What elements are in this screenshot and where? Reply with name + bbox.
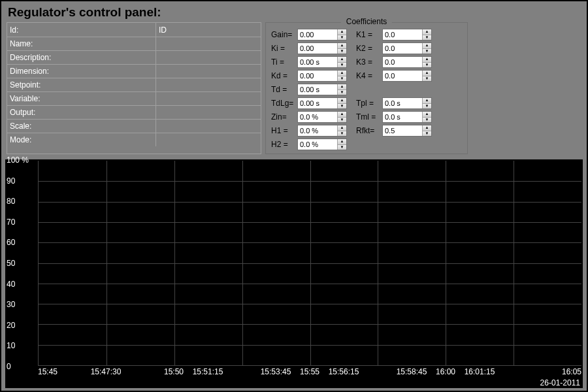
spin-input[interactable]: [383, 29, 422, 40]
spin-down-icon[interactable]: ▼: [338, 117, 346, 123]
coefficient-label: Tml =: [356, 112, 382, 122]
spin-box[interactable]: ▲▼: [297, 111, 347, 123]
spin-input[interactable]: [298, 125, 337, 136]
plot-area[interactable]: [38, 161, 581, 366]
coefficient-label: Kd =: [271, 71, 297, 80]
x-tick-label: 16:05: [562, 367, 581, 376]
property-value: [156, 78, 261, 91]
spin-down-icon[interactable]: ▼: [338, 62, 346, 68]
spin-down-icon[interactable]: ▼: [423, 103, 431, 109]
coefficient-row: K4 =▲▼: [356, 69, 432, 82]
spin-input[interactable]: [298, 84, 337, 95]
spin-input[interactable]: [298, 43, 337, 54]
spin-up-icon[interactable]: ▲: [338, 71, 346, 76]
coefficient-label: Gain=: [271, 30, 297, 39]
spin-up-icon[interactable]: ▲: [423, 57, 431, 62]
coefficient-row: Td =▲▼: [271, 83, 347, 96]
y-tick-label: 60: [7, 238, 15, 247]
spin-up-icon[interactable]: ▲: [338, 84, 346, 90]
spin-input[interactable]: [383, 43, 422, 54]
spin-down-icon[interactable]: ▼: [338, 90, 346, 95]
spin-box[interactable]: ▲▼: [297, 125, 347, 137]
spin-up-icon[interactable]: ▲: [338, 112, 346, 117]
coefficients-fieldset: Coefficients Gain=▲▼Ki =▲▼Ti =▲▼Kd =▲▼Td…: [265, 22, 468, 154]
spin-input[interactable]: [298, 71, 337, 81]
y-axis: 100 %9080706050403020100: [5, 159, 38, 366]
x-tick-label: 15:53:45: [261, 367, 291, 376]
spin-down-icon[interactable]: ▼: [338, 144, 346, 150]
spin-up-icon[interactable]: ▲: [423, 29, 431, 35]
spin-input[interactable]: [298, 29, 337, 40]
property-label: Scale:: [7, 120, 156, 133]
spin-box[interactable]: ▲▼: [297, 70, 347, 82]
spin-down-icon[interactable]: ▼: [423, 117, 431, 123]
spin-down-icon[interactable]: ▼: [423, 35, 431, 41]
property-value: [156, 133, 261, 146]
spin-box[interactable]: ▲▼: [297, 139, 347, 150]
property-row: Scale:: [7, 119, 261, 133]
property-row: Name:: [7, 37, 261, 50]
spin-box[interactable]: ▲▼: [382, 56, 432, 68]
spin-up-icon[interactable]: ▲: [338, 29, 346, 35]
spin-box[interactable]: ▲▼: [382, 125, 432, 137]
spin-down-icon[interactable]: ▼: [338, 35, 346, 41]
spin-up-icon[interactable]: ▲: [338, 43, 346, 48]
spin-box[interactable]: ▲▼: [297, 56, 347, 68]
spin-box[interactable]: ▲▼: [297, 97, 347, 109]
spin-up-icon[interactable]: ▲: [423, 125, 431, 131]
spin-input[interactable]: [383, 57, 422, 67]
y-tick-label: 100 %: [7, 155, 29, 165]
spin-input[interactable]: [383, 71, 422, 81]
spin-box[interactable]: ▲▼: [297, 84, 347, 95]
coefficient-row: Tpl =▲▼: [356, 97, 432, 110]
spin-up-icon[interactable]: ▲: [423, 98, 431, 103]
spin-box[interactable]: ▲▼: [382, 111, 432, 123]
spin-up-icon[interactable]: ▲: [423, 43, 431, 48]
coefficient-label: Ti =: [271, 57, 297, 67]
spin-up-icon[interactable]: ▲: [423, 71, 431, 76]
coefficient-label: K2 =: [356, 44, 382, 53]
spin-input[interactable]: [383, 98, 422, 108]
spin-down-icon[interactable]: ▼: [338, 76, 346, 82]
spin-down-icon[interactable]: ▼: [423, 131, 431, 137]
coefficient-row: Ti =▲▼: [271, 56, 347, 69]
y-tick-label: 80: [7, 197, 15, 206]
spin-up-icon[interactable]: ▲: [338, 139, 346, 144]
spin-box[interactable]: ▲▼: [382, 42, 432, 54]
spin-input[interactable]: [298, 57, 337, 67]
spin-down-icon[interactable]: ▼: [423, 48, 431, 54]
x-tick-label: 15:45: [38, 367, 57, 376]
property-row: Description:: [7, 50, 261, 64]
spin-input[interactable]: [298, 139, 337, 150]
spin-box[interactable]: ▲▼: [297, 42, 347, 54]
spin-box[interactable]: ▲▼: [382, 70, 432, 82]
property-label: Output:: [7, 106, 156, 119]
spin-up-icon[interactable]: ▲: [338, 57, 346, 62]
property-label: Id:: [7, 23, 156, 37]
spin-down-icon[interactable]: ▼: [423, 62, 431, 68]
coefficient-row: Tml =▲▼: [356, 110, 432, 123]
spin-up-icon[interactable]: ▲: [338, 125, 346, 131]
spin-down-icon[interactable]: ▼: [338, 48, 346, 54]
property-value: ID: [156, 23, 261, 37]
spin-box[interactable]: ▲▼: [382, 29, 432, 41]
spin-input[interactable]: [298, 98, 337, 108]
spin-down-icon[interactable]: ▼: [423, 76, 431, 82]
spin-down-icon[interactable]: ▼: [338, 103, 346, 109]
spin-input[interactable]: [383, 112, 422, 122]
spin-input[interactable]: [298, 112, 337, 122]
property-value: [156, 51, 261, 64]
y-tick-label: 90: [7, 176, 15, 186]
property-row: Id:ID: [7, 23, 261, 37]
x-tick-label: 15:51:15: [193, 367, 223, 376]
property-value: [156, 92, 261, 105]
spin-up-icon[interactable]: ▲: [338, 98, 346, 103]
spin-down-icon[interactable]: ▼: [338, 131, 346, 137]
spin-box[interactable]: ▲▼: [297, 29, 347, 41]
spin-up-icon[interactable]: ▲: [423, 112, 431, 117]
y-tick-label: 70: [7, 218, 15, 227]
y-tick-label: 30: [7, 300, 15, 309]
coefficients-column-left: Gain=▲▼Ki =▲▼Ti =▲▼Kd =▲▼Td =▲▼TdLg=▲▼Zi…: [271, 28, 347, 151]
spin-input[interactable]: [383, 125, 422, 136]
spin-box[interactable]: ▲▼: [382, 97, 432, 109]
